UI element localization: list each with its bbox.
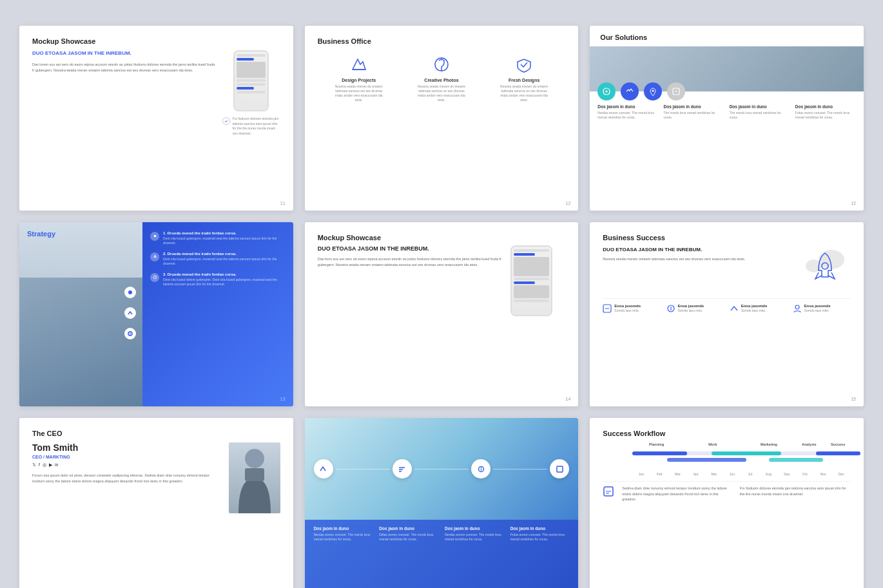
social-icons: 𝕏 f ◎ ▶ in: [32, 462, 220, 468]
slide-6-title: Business Success: [603, 234, 851, 242]
slide-2-number: 12: [566, 201, 571, 205]
wf-item-2: Dos jaom in duno Ditlas eonon consset. T…: [379, 526, 438, 588]
slide-6-body: Nsostra seada meram ontaem takimata sanc…: [603, 256, 793, 261]
slide-5-title: Mockup Showcase: [318, 234, 566, 242]
slide-6-bottom: Enoa jasomds Somdo iqus mito. Enoa jasom…: [603, 298, 851, 313]
month-sep: Sep.: [778, 472, 796, 476]
check-area: Frs fioduom dolores etomda jam takimta s…: [222, 117, 280, 136]
slide-3-title: Our Solutions: [590, 26, 864, 46]
svg-point-8: [153, 235, 156, 238]
slide-1: Mockup Showcase DUO ETOASA JASOM IN THE …: [19, 26, 293, 211]
strat-icon-2: [150, 252, 159, 261]
month-aug: Aug.: [760, 472, 778, 476]
slide-7-right: [229, 442, 280, 513]
success-item-3: Enoa jasomds Somdo iqus mito.: [730, 304, 788, 313]
slide-5-left: DUO ETOASA JASOM IN THE INREBUM. Das for…: [318, 245, 505, 316]
slide-3: Our Solutions Dos jasom in duno: [590, 26, 864, 211]
strat-icon-1: [150, 232, 159, 241]
youtube-icon: ▶: [49, 462, 52, 468]
sol-4-text: Frdas eonon consset. The mords brus mera…: [795, 111, 856, 120]
month-mai: Mai.: [705, 472, 723, 476]
gantt-chart: Planning Work Marketing Analysis Success…: [603, 442, 851, 476]
strat-side-icon-3: [124, 328, 136, 339]
rocket-svg: [809, 250, 841, 292]
design-desc: Nsostra seada meram do ontaem takimata s…: [333, 84, 385, 102]
slide-6-right: [799, 247, 851, 292]
slide-1-left: DUO ETOASA JASOM IN THE INREBUM. Das lor…: [32, 50, 216, 136]
slide-8-top: [305, 418, 579, 520]
slide-1-body: Das lorem sus ast vero ob esom etprsa ac…: [32, 62, 216, 73]
phone-screen-2: [512, 247, 551, 315]
wf-circle-1: [314, 459, 333, 479]
slide-4-image: Strategy: [19, 222, 142, 407]
month-jan: Jan.: [632, 472, 650, 476]
slide-9-text-right: Frs fioduom dolores etomda jam takimta s…: [740, 486, 851, 502]
strat-text-2: 2. Drusda merad the iradn fordao corsa. …: [163, 252, 286, 266]
strat-item-1: 1. Drusda merad the iradn fordao corsa. …: [150, 231, 286, 245]
gantt-months: Jan. Feb. Mar. Apr. Mai. Jun. Jul. Aug. …: [603, 472, 851, 476]
slide-9-text-left: Sedma diam dnie nonumy eirmod tempor inv…: [622, 486, 733, 502]
phone-line-4: [237, 91, 266, 93]
wf-connector-3: [493, 469, 547, 469]
svg-point-15: [795, 305, 799, 309]
phase-marketing: Marketing: [745, 442, 793, 446]
wf-circle-2: [393, 459, 412, 479]
slide-9-title: Success Workflow: [603, 430, 851, 437]
sol-item-2: Dos jasom in duno The mords brus merad n…: [664, 104, 724, 120]
facebook-icon: f: [39, 462, 40, 468]
twitter-icon: 𝕏: [32, 462, 36, 468]
gantt-marketing: [712, 451, 781, 455]
design-label: Design Projects: [342, 78, 376, 82]
slide-2-title: Business Office: [318, 37, 566, 45]
fresh-icon: [514, 54, 534, 75]
slide-5-number: 14: [566, 397, 571, 401]
slide-6-left: DUO ETOASA JASOM IN THE INREBUM. Nsostra…: [603, 247, 793, 292]
svg-point-5: [128, 290, 132, 294]
phase-work: Work: [681, 442, 745, 446]
success-icon-1: [603, 304, 612, 313]
success-text-4: Enoa jasomds Somdo iqus mito.: [804, 304, 831, 313]
sol-circle-4: [667, 82, 685, 100]
gantt-planning: [632, 451, 687, 455]
gantt-analysis: [769, 458, 824, 462]
sol-circle-1: [597, 82, 616, 100]
phone-line-3: [237, 83, 266, 86]
strat-icon-3: [150, 273, 159, 282]
slides-grid: Mockup Showcase DUO ETOASA JASOM IN THE …: [19, 26, 864, 588]
strat-side-icon-1: [124, 287, 136, 298]
sol-item-4: Dos jasom in duno Frdas eonon consset. T…: [795, 104, 856, 120]
month-feb: Feb.: [651, 472, 669, 476]
wf-item-3: Dos jaom in duno Nerdas eonon consset. T…: [445, 526, 504, 588]
svg-point-10: [822, 263, 828, 269]
check-icon: [222, 117, 230, 125]
phase-planning: Planning: [632, 442, 681, 446]
design-icon: [349, 54, 369, 75]
slide-8: Dos jaom in duno Nerdas eonon consset. T…: [305, 418, 579, 588]
phone-line-2: [237, 79, 266, 82]
phase-analysis: Analysis: [793, 442, 825, 446]
slide-9: Success Workflow Planning Work Marketing…: [590, 418, 864, 588]
ceo-name: Tom Smith: [32, 442, 220, 453]
month-mar: Mar.: [669, 472, 687, 476]
wf-item-4: Dos jaom in duno Frdas eonon consset. Th…: [510, 526, 570, 588]
slide-7: The CEO Tom Smith CEO / MARKTING 𝕏 f ◎ ▶…: [19, 418, 293, 588]
ceo-bio: Forum esa ipsum dolor sit amet, derasm c…: [32, 473, 220, 484]
success-item-1: Enoa jasomds Somdo iqus mito.: [603, 304, 661, 313]
wf-circle-4: [550, 459, 569, 479]
ceo-figure-svg: [229, 442, 280, 513]
gantt-success: [816, 451, 860, 455]
slide-9-bottom: Sedma diam dnie nonumy eirmod tempor inv…: [603, 481, 851, 502]
instagram-icon: ◎: [43, 462, 46, 468]
success-text-1: Enoa jasomds Somdo iqus mito.: [614, 304, 641, 313]
wf-circle-3: [471, 459, 490, 479]
wf-connector-2: [414, 469, 469, 469]
month-oct: Oct.: [796, 472, 814, 476]
fresh-desc: Nsostra seada meram do ontaem takimata s…: [498, 84, 550, 102]
strat-text-1: 1. Drusda merad the iradn fordao corsa. …: [163, 231, 286, 245]
solution-circles: [597, 82, 685, 100]
svg-rect-20: [557, 466, 563, 472]
sol-item-3: Dos jasom in duno The mords brus merad n…: [730, 104, 790, 120]
sol-2-title: Dos jasom in duno: [664, 104, 724, 109]
slide-4: Strategy 1. Drusda m: [19, 222, 293, 407]
month-dec: Dec.: [833, 472, 851, 476]
